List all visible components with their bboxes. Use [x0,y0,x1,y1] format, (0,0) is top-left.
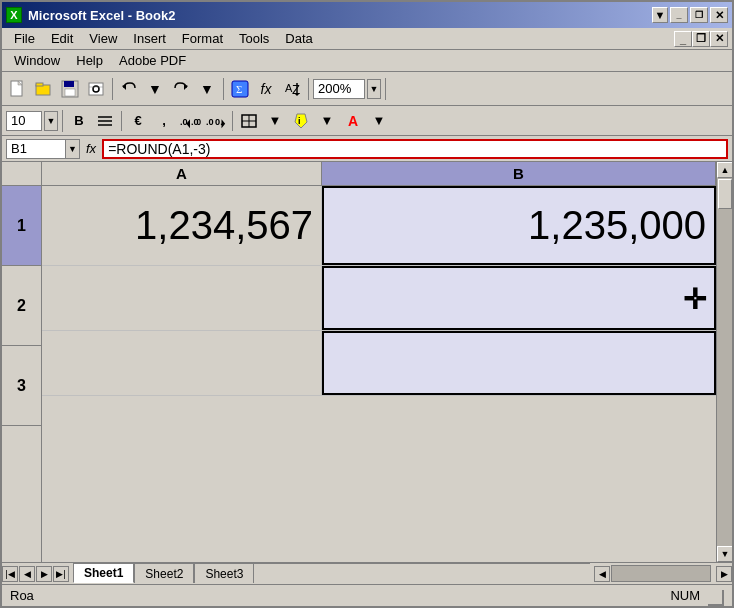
grid-wrapper: 1 2 3 A [2,162,732,562]
h-scroll-left-btn[interactable]: ◀ [594,566,610,582]
h-scroll-right-btn[interactable]: ▶ [716,566,732,582]
highlight-btn[interactable]: i [289,110,313,132]
excel-window: X Microsoft Excel - Book2 ▼ _ ❐ ✕ File E… [0,0,734,608]
resize-grip[interactable] [708,590,724,606]
sheet-first-btn[interactable]: |◀ [2,566,18,582]
cell-ref-value: B1 [11,141,27,156]
scroll-up-btn[interactable]: ▲ [717,162,732,178]
toolbar-sep2 [223,78,224,100]
sort-asc-btn[interactable]: A Z [280,77,304,101]
cell-b3[interactable] [322,331,716,395]
cell-b2[interactable]: ✛ [322,266,716,330]
undo-btn[interactable] [117,77,141,101]
redo-btn[interactable] [169,77,193,101]
menu-adobe-pdf[interactable]: Adobe PDF [111,51,194,70]
scroll-thumb[interactable] [718,179,732,209]
zoom-dropdown[interactable]: ▼ [367,79,381,99]
borders-dropdown[interactable]: ▼ [263,110,287,132]
app-icon: X [6,7,22,23]
menu-view[interactable]: View [81,29,125,48]
col-headers: A B [42,162,716,186]
align-btn[interactable] [93,110,117,132]
table-row: 1,234,567 1,235,000 [42,186,716,266]
redo-dropdown[interactable]: ▼ [195,77,219,101]
svg-rect-5 [64,81,74,87]
scroll-track [717,178,732,546]
font-size-value: 10 [11,113,25,128]
window-dropdown-btn[interactable]: ▼ [652,7,668,23]
font-size-dropdown[interactable]: ▼ [44,111,58,131]
sheet-prev-btn[interactable]: ◀ [19,566,35,582]
open-btn[interactable] [32,77,56,101]
minimize-button[interactable]: _ [670,7,688,23]
font-color-btn[interactable]: A [341,110,365,132]
svg-rect-7 [89,83,103,95]
euro-btn[interactable]: € [126,110,150,132]
new-btn[interactable] [6,77,30,101]
cell-a3[interactable] [42,331,322,395]
menu-file[interactable]: File [6,29,43,48]
sheet-last-btn[interactable]: ▶| [53,566,69,582]
formula-bar: B1 ▼ fx =ROUND(A1,-3) [2,136,732,162]
col-header-a[interactable]: A [42,162,322,185]
table-row: ✛ [42,266,716,331]
decrease-decimal-btn[interactable]: .0 .0 0 [178,110,202,132]
menu-data[interactable]: Data [277,29,320,48]
cell-ref-dropdown[interactable]: ▼ [66,139,80,159]
scroll-down-btn[interactable]: ▼ [717,546,732,562]
formatting-toolbar: 10 ▼ B € , .0 .0 0 .0 0. [2,106,732,136]
h-scroll-track[interactable] [611,565,711,582]
fx-label: fx [86,141,96,156]
menu-format[interactable]: Format [174,29,231,48]
row-header-3[interactable]: 3 [2,346,41,426]
font-color-dropdown[interactable]: ▼ [367,110,391,132]
undo-dropdown[interactable]: ▼ [143,77,167,101]
font-size-box: 10 [6,111,42,131]
app-restore-btn[interactable]: ❐ [692,31,710,47]
sheet-tab-3[interactable]: Sheet3 [194,563,254,583]
close-button[interactable]: ✕ [710,7,728,23]
toolbar-sep1 [112,78,113,100]
menu-edit[interactable]: Edit [43,29,81,48]
zoom-box: 200% [313,79,365,99]
menu-insert[interactable]: Insert [125,29,174,48]
autosum-fx[interactable]: fx [254,77,278,101]
print-preview-btn[interactable] [84,77,108,101]
cell-b1[interactable]: 1,235,000 [322,186,716,265]
save-btn[interactable] [58,77,82,101]
restore-button[interactable]: ❐ [690,7,708,23]
tab-scroll-row: |◀ ◀ ▶ ▶| Sheet1 Sheet2 Sheet3 ◀ ▶ [2,562,732,584]
cell-a2[interactable] [42,266,322,330]
svg-rect-3 [36,83,43,86]
svg-marker-27 [222,119,226,128]
menu-help[interactable]: Help [68,51,111,70]
status-left-text: Roa [10,588,670,603]
app-minimize-btn[interactable]: _ [674,31,692,47]
row-header-2[interactable]: 2 [2,266,41,346]
window-title: Microsoft Excel - Book2 [28,8,652,23]
menu-window[interactable]: Window [6,51,68,70]
bold-btn[interactable]: B [67,110,91,132]
cell-a1[interactable]: 1,234,567 [42,186,322,265]
app-close-btn[interactable]: ✕ [710,31,728,47]
cell-reference-box[interactable]: B1 [6,139,66,159]
function-btn[interactable]: Σ [228,77,252,101]
comma-btn[interactable]: , [152,110,176,132]
corner-cell [2,162,41,186]
vertical-scrollbar[interactable]: ▲ ▼ [716,162,732,562]
menu-tools[interactable]: Tools [231,29,277,48]
col-header-b[interactable]: B [322,162,716,185]
highlight-dropdown[interactable]: ▼ [315,110,339,132]
sheet-next-btn[interactable]: ▶ [36,566,52,582]
formula-input[interactable]: =ROUND(A1,-3) [102,139,728,159]
grid-rows: 1,234,567 1,235,000 ✛ [42,186,716,562]
sheet-tab-1[interactable]: Sheet1 [73,563,134,583]
main-toolbar: ▼ ▼ Σ fx A Z 200% ▼ [2,72,732,106]
svg-rect-6 [65,89,75,96]
borders-btn[interactable] [237,110,261,132]
fmt-sep3 [232,111,233,131]
status-right-text: NUM [670,588,700,603]
row-header-1[interactable]: 1 [2,186,41,266]
increase-decimal-btn[interactable]: .0 0. [204,110,228,132]
sheet-tab-2[interactable]: Sheet2 [134,563,194,583]
